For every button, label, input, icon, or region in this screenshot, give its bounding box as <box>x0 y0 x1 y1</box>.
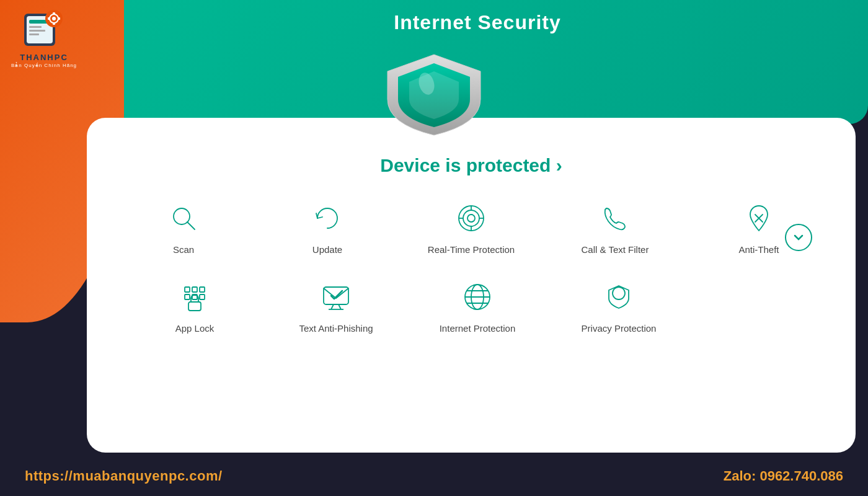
feature-applock[interactable]: App Lock <box>124 280 265 334</box>
realtime-label: Real-Time Protection <box>428 244 515 255</box>
svg-rect-31 <box>188 302 201 311</box>
scan-icon <box>166 201 201 236</box>
feature-update[interactable]: Update <box>255 201 399 255</box>
features-row-1: Scan Update <box>112 201 831 255</box>
app-title: Internet Security <box>394 11 561 34</box>
privacy-label: Privacy Protection <box>582 323 657 334</box>
svg-rect-27 <box>200 287 205 292</box>
feature-antiphishing[interactable]: Text Anti-Phishing <box>265 280 407 334</box>
svg-rect-28 <box>185 294 190 299</box>
antiphishing-icon <box>319 280 353 314</box>
website-link[interactable]: https://muabanquyenpc.com/ <box>25 468 223 484</box>
feature-realtime[interactable]: Real-Time Protection <box>399 201 543 255</box>
svg-rect-25 <box>185 287 190 292</box>
svg-rect-11 <box>48 17 50 20</box>
applock-label: App Lock <box>175 323 215 334</box>
svg-point-17 <box>463 210 479 226</box>
main-card: Device is protected Scan <box>87 118 856 453</box>
svg-rect-10 <box>53 22 55 25</box>
feature-calltext[interactable]: Call & Text Filter <box>543 201 687 255</box>
svg-point-41 <box>613 287 625 299</box>
privacy-icon <box>601 280 636 314</box>
calltext-label: Call & Text Filter <box>582 244 649 255</box>
expand-button[interactable] <box>785 224 812 251</box>
svg-point-8 <box>52 17 56 20</box>
antitheft-label: Anti-Theft <box>738 244 779 255</box>
antiphishing-label: Text Anti-Phishing <box>299 323 373 334</box>
svg-rect-12 <box>58 17 60 20</box>
logo-area: THANHPC Bản Quyền Chính Hãng <box>11 7 77 68</box>
svg-rect-5 <box>29 33 39 35</box>
bottom-bar: https://muabanquyenpc.com/ Zalo: 0962.74… <box>0 456 868 496</box>
svg-line-33 <box>331 304 334 309</box>
antitheft-icon <box>742 201 776 236</box>
feature-scan[interactable]: Scan <box>112 201 255 255</box>
zalo-contact: Zalo: 0962.740.086 <box>724 468 843 484</box>
update-label: Update <box>312 244 342 255</box>
internet-icon <box>460 280 495 314</box>
applock-icon <box>177 280 212 314</box>
scan-label: Scan <box>173 244 194 255</box>
shield-graphic <box>378 50 490 136</box>
feature-internet[interactable]: Internet Protection <box>407 280 548 334</box>
svg-rect-3 <box>29 26 42 28</box>
device-status[interactable]: Device is protected <box>380 155 562 176</box>
feature-privacy[interactable]: Privacy Protection <box>548 280 689 334</box>
internet-label: Internet Protection <box>440 323 516 334</box>
svg-rect-4 <box>29 30 45 32</box>
feature-antitheft[interactable]: Anti-Theft <box>687 201 831 255</box>
svg-point-18 <box>467 215 475 222</box>
brand-tagline: Bản Quyền Chính Hãng <box>11 63 77 68</box>
calltext-icon <box>598 201 632 236</box>
svg-rect-9 <box>53 12 55 15</box>
svg-line-34 <box>339 304 341 309</box>
brand-logo-icon <box>22 7 66 52</box>
svg-rect-26 <box>192 287 197 292</box>
svg-line-15 <box>187 222 195 229</box>
features-row-2: App Lock Text Anti-Phishing <box>112 280 831 334</box>
update-icon <box>310 201 345 236</box>
svg-rect-30 <box>200 294 205 299</box>
brand-name: THANHPC <box>20 53 68 62</box>
svg-rect-32 <box>324 287 348 304</box>
feature-row-1: Scan Update <box>112 201 831 273</box>
realtime-icon <box>454 201 489 236</box>
